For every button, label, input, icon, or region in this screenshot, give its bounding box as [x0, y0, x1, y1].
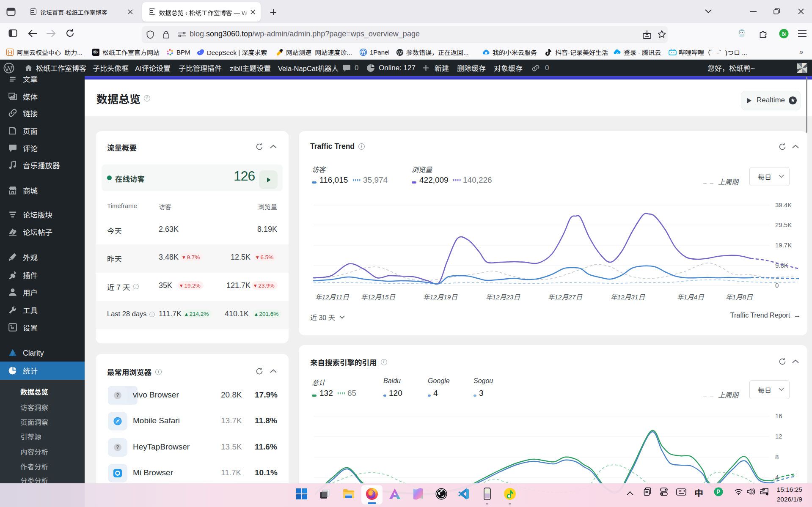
svg-text:19.7K: 19.7K — [775, 241, 792, 249]
svg-text:16: 16 — [775, 412, 782, 419]
svg-text:8: 8 — [775, 453, 779, 460]
svg-text:39.4K: 39.4K — [775, 201, 792, 208]
svg-text:12: 12 — [775, 433, 782, 440]
svg-text:29.5K: 29.5K — [775, 221, 792, 228]
svg-text:N: N — [782, 31, 786, 37]
svg-text:0: 0 — [775, 282, 779, 289]
svg-text:4: 4 — [775, 474, 779, 481]
svg-text:1: 1 — [362, 50, 364, 54]
svg-text:9.8K: 9.8K — [775, 262, 788, 269]
